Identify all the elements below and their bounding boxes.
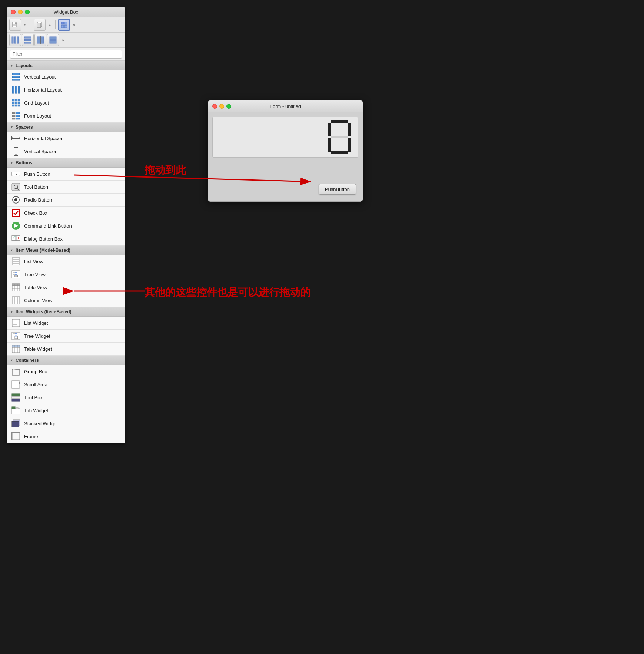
svg-rect-7 xyxy=(61,25,64,28)
command-link-button-item[interactable]: Command Link Button xyxy=(7,219,125,232)
horizontal-layout-label: Horizontal Layout xyxy=(24,87,62,93)
push-button-item[interactable]: OK Push Button xyxy=(7,168,125,181)
tool-button-icon xyxy=(11,182,20,191)
close-button[interactable] xyxy=(11,10,16,14)
svg-rect-19 xyxy=(50,40,56,43)
3col-button[interactable] xyxy=(9,34,21,46)
horiz-spacer-icon xyxy=(11,134,20,143)
group-box-label: Group Box xyxy=(24,369,47,374)
svg-point-104 xyxy=(17,338,18,339)
new-doc-button[interactable] xyxy=(9,19,21,31)
filter-row xyxy=(7,48,125,61)
containers-section-header[interactable]: Containers xyxy=(7,356,125,365)
horizontal-spacer-item[interactable]: Horizontal Spacer xyxy=(7,132,125,145)
cmd-link-label: Command Link Button xyxy=(24,223,72,229)
table-view-label: Table View xyxy=(24,285,47,290)
svg-rect-38 xyxy=(12,115,15,117)
list-widget-item[interactable]: List Widget xyxy=(7,317,125,330)
list-view-icon xyxy=(11,257,20,266)
svg-rect-125 xyxy=(16,407,18,409)
check-box-item[interactable]: Check Box xyxy=(7,207,125,219)
tool-box-label: Tool Box xyxy=(24,395,43,400)
spacers-section-header[interactable]: Spacers xyxy=(7,122,125,132)
table-view-item[interactable]: Table View xyxy=(7,281,125,294)
grid-layout-item[interactable]: Grid Layout xyxy=(7,96,125,109)
table-widget-label: Table Widget xyxy=(24,346,52,352)
minimize-button[interactable] xyxy=(18,10,23,14)
svg-rect-6 xyxy=(64,22,67,24)
dialog-button-box-item[interactable]: Dialog Button Box xyxy=(7,232,125,245)
group-box-item[interactable]: Title Group Box xyxy=(7,365,125,378)
svg-rect-18 xyxy=(50,37,56,40)
tree-view-item[interactable]: Tree View xyxy=(7,268,125,281)
svg-rect-11 xyxy=(17,37,19,43)
list-widget-icon xyxy=(11,318,20,327)
svg-rect-36 xyxy=(12,112,15,114)
toolbar1-chevron3[interactable]: » xyxy=(71,20,77,30)
svg-point-102 xyxy=(15,335,17,337)
frame-icon xyxy=(11,432,20,441)
toolbar2-chevron[interactable]: » xyxy=(60,35,66,45)
scroll-area-item[interactable]: Scroll Area xyxy=(7,378,125,391)
svg-rect-122 xyxy=(12,399,20,401)
toolbar1-chevron2[interactable]: » xyxy=(46,20,53,30)
svg-rect-33 xyxy=(12,105,14,106)
radio-button-item[interactable]: Radio Button xyxy=(7,194,125,207)
maximize-button[interactable] xyxy=(25,10,30,14)
table-widget-item[interactable]: Table Widget xyxy=(7,343,125,356)
form-minimize-button[interactable] xyxy=(219,104,224,109)
tab-widget-item[interactable]: Tab Widget xyxy=(7,404,125,417)
svg-rect-39 xyxy=(16,115,20,117)
tree-widget-item[interactable]: Tree Widget xyxy=(7,330,125,343)
copy-doc-button[interactable] xyxy=(34,19,46,31)
form-maximize-button[interactable] xyxy=(226,104,231,109)
vsplit-button[interactable] xyxy=(47,34,59,46)
grid-select-button[interactable] xyxy=(58,19,70,31)
dialog-box-icon xyxy=(11,234,20,243)
tool-box-item[interactable]: Tool Box xyxy=(7,391,125,404)
svg-rect-124 xyxy=(12,407,15,409)
form-layout-label: Form Layout xyxy=(24,113,51,119)
filter-input[interactable] xyxy=(10,50,122,59)
column-view-item[interactable]: Column View xyxy=(7,294,125,307)
tool-button-item[interactable]: Tool Button xyxy=(7,181,125,194)
horizontal-layout-item[interactable]: Horizontal Layout xyxy=(7,83,125,96)
svg-rect-119 xyxy=(19,382,20,384)
stacked-widget-item[interactable]: Stacked Widget xyxy=(7,417,125,430)
svg-rect-28 xyxy=(15,99,17,101)
svg-rect-27 xyxy=(12,99,14,101)
svg-rect-13 xyxy=(24,39,31,41)
frame-item[interactable]: Frame xyxy=(7,430,125,443)
buttons-section-header[interactable]: Buttons xyxy=(7,158,125,168)
list-view-item[interactable]: List View xyxy=(7,255,125,268)
checkbox-icon xyxy=(11,208,20,217)
svg-rect-34 xyxy=(15,105,17,106)
item-views-section-header[interactable]: Item Views (Model-Based) xyxy=(7,245,125,255)
svg-rect-54 xyxy=(12,183,20,191)
widget-box-titlebar: Widget Box xyxy=(7,7,125,17)
layouts-section-header[interactable]: Layouts xyxy=(7,61,125,70)
vertical-spacer-item[interactable]: Vertical Spacer xyxy=(7,145,125,158)
toolbox-icon xyxy=(11,393,20,402)
toolbar1-chevron1[interactable]: » xyxy=(22,20,29,30)
item-widgets-section-header[interactable]: Item Widgets (Item-Based) xyxy=(7,307,125,317)
svg-rect-32 xyxy=(18,102,20,104)
form-layout-item[interactable]: Form Layout xyxy=(7,109,125,122)
svg-rect-87 xyxy=(12,297,20,304)
column-view-icon xyxy=(11,296,20,305)
svg-point-101 xyxy=(15,333,17,334)
check-box-label: Check Box xyxy=(24,210,47,216)
form-close-button[interactable] xyxy=(212,104,217,109)
svg-rect-123 xyxy=(12,409,20,414)
form-push-button[interactable]: PushButton xyxy=(319,184,356,195)
table-view-icon xyxy=(11,283,20,292)
toolbar-sep1 xyxy=(31,20,31,29)
rows-button[interactable] xyxy=(22,34,34,46)
widget-box-panel: Widget Box » » » xyxy=(7,7,125,443)
lcd-digit-0 xyxy=(328,120,351,154)
svg-rect-14 xyxy=(24,42,31,43)
vertical-layout-item[interactable]: Vertical Layout xyxy=(7,70,125,83)
vert-spacer-label: Vertical Spacer xyxy=(24,149,56,154)
form-layout-icon xyxy=(11,111,20,120)
hsplit-button[interactable] xyxy=(34,34,46,46)
